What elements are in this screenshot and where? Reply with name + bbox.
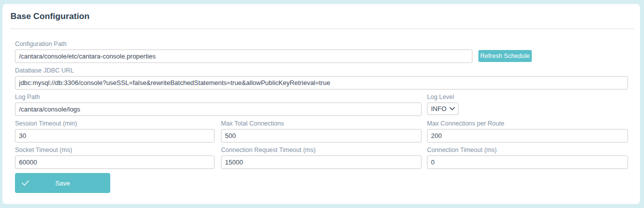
max-connections-per-route-group: Max Connections per Route — [427, 120, 628, 142]
max-total-connections-input[interactable] — [221, 129, 422, 142]
socket-timeout-group: Socket Timeout (ms) — [15, 146, 215, 169]
timeouts-row-1: Session Timeout (min) Max Total Connecti… — [15, 120, 628, 142]
max-total-connections-label: Max Total Connections — [221, 120, 422, 127]
log-path-label: Log Path — [15, 94, 422, 100]
log-path-input[interactable] — [15, 102, 422, 116]
log-path-group: Log Path — [15, 94, 422, 116]
save-button-label: Save — [55, 180, 70, 187]
refresh-schedule-button[interactable]: Refresh Schedule — [478, 50, 532, 62]
check-icon — [21, 180, 29, 186]
timeouts-row-2: Socket Timeout (ms) Connection Request T… — [15, 146, 628, 169]
log-level-label: Log Level — [427, 94, 458, 100]
max-total-connections-group: Max Total Connections — [221, 120, 422, 142]
save-button[interactable]: Save — [15, 173, 110, 193]
log-level-selected-value: INFO — [431, 105, 446, 112]
configuration-path-row: Configuration Path Refresh Schedule — [15, 40, 628, 63]
page-background: Base Configuration Configuration Path Re… — [0, 0, 644, 208]
session-timeout-input[interactable] — [15, 129, 215, 142]
session-timeout-label: Session Timeout (min) — [15, 120, 215, 127]
socket-timeout-label: Socket Timeout (ms) — [15, 146, 215, 154]
page-title: Base Configuration — [10, 11, 634, 22]
connection-timeout-group: Connection Timeout (ms) — [427, 146, 628, 169]
configuration-path-input[interactable] — [15, 50, 472, 63]
database-jdbc-url-group: Database JDBC URL — [15, 67, 628, 90]
base-configuration-form: Configuration Path Refresh Schedule Data… — [2, 29, 640, 193]
card-header: Base Configuration — [2, 4, 640, 28]
connection-timeout-label: Connection Timeout (ms) — [427, 146, 628, 154]
connection-timeout-input[interactable] — [427, 156, 628, 169]
chevron-down-icon — [449, 107, 455, 110]
connection-request-timeout-group: Connection Request Timeout (ms) — [221, 146, 422, 169]
max-connections-per-route-input[interactable] — [427, 129, 628, 142]
configuration-path-group: Configuration Path — [15, 40, 472, 63]
log-level-select[interactable]: INFO — [427, 102, 458, 115]
connection-request-timeout-input[interactable] — [221, 156, 422, 169]
configuration-path-label: Configuration Path — [15, 40, 472, 48]
log-row: Log Path Log Level INFO — [15, 94, 628, 116]
connection-request-timeout-label: Connection Request Timeout (ms) — [221, 146, 422, 154]
log-level-group: Log Level INFO — [427, 94, 458, 115]
database-jdbc-url-input[interactable] — [15, 76, 628, 90]
database-jdbc-url-label: Database JDBC URL — [15, 67, 628, 74]
base-configuration-card: Base Configuration Configuration Path Re… — [2, 4, 640, 204]
session-timeout-group: Session Timeout (min) — [15, 120, 215, 142]
socket-timeout-input[interactable] — [15, 156, 215, 169]
max-connections-per-route-label: Max Connections per Route — [427, 120, 628, 127]
